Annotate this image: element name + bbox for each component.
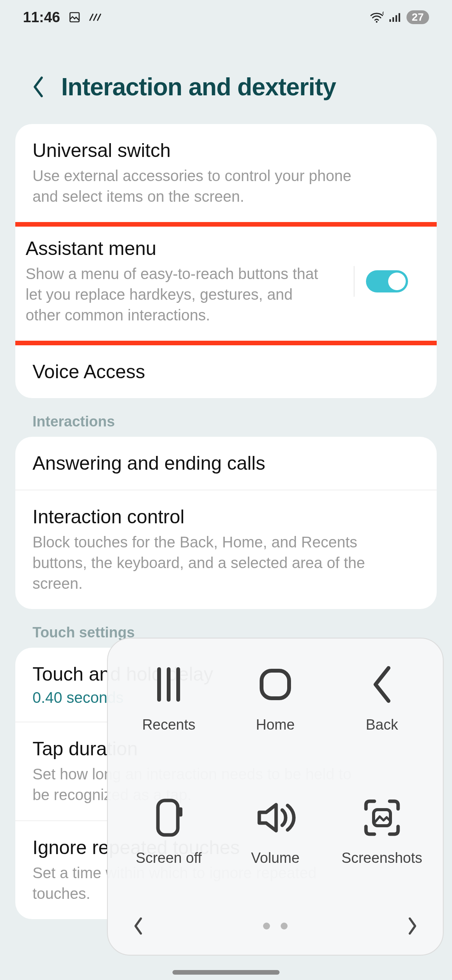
- panel-label: Screen off: [136, 850, 202, 866]
- row-title: Universal switch: [33, 139, 419, 162]
- pager-next[interactable]: [406, 915, 420, 937]
- back-nav-icon: [359, 662, 405, 707]
- divider: [354, 266, 354, 297]
- panel-item-back[interactable]: Back: [328, 662, 435, 779]
- battery-level: 27: [406, 10, 429, 24]
- status-bar: 11:46 6 27: [0, 0, 452, 34]
- svg-rect-4: [392, 17, 394, 22]
- status-time: 11:46: [23, 9, 60, 26]
- signal-icon: [389, 12, 401, 23]
- screenshots-icon: [359, 795, 405, 841]
- svg-rect-10: [262, 671, 289, 698]
- notification-icon: [89, 13, 102, 22]
- row-title: Interaction control: [33, 506, 419, 528]
- svg-rect-12: [179, 807, 182, 817]
- svg-rect-6: [398, 13, 400, 22]
- back-button[interactable]: [31, 75, 46, 98]
- svg-text:6: 6: [382, 11, 384, 16]
- recents-icon: [146, 662, 192, 707]
- wifi-icon: 6: [370, 11, 384, 23]
- pager-dot: [263, 923, 270, 929]
- row-answering-calls[interactable]: Answering and ending calls: [15, 437, 437, 490]
- page-title: Interaction and dexterity: [61, 73, 336, 101]
- svg-point-1: [376, 21, 378, 23]
- panel-label: Recents: [142, 717, 195, 733]
- panel-label: Home: [256, 717, 294, 733]
- assistant-menu-toggle[interactable]: [366, 270, 408, 292]
- row-universal-switch[interactable]: Universal switch Use external accessorie…: [15, 124, 437, 222]
- screen-off-icon: [146, 795, 192, 841]
- nav-hint-bar[interactable]: [172, 970, 280, 975]
- row-desc: Use external accessories to control your…: [33, 165, 365, 207]
- row-voice-access[interactable]: Voice Access: [15, 345, 437, 398]
- row-title: Answering and ending calls: [33, 452, 419, 474]
- panel-label: Volume: [251, 850, 300, 866]
- gallery-icon: [68, 11, 81, 23]
- row-title: Assistant menu: [26, 237, 426, 260]
- assistant-menu-panel[interactable]: Recents Home Back Screen off Volume: [107, 638, 444, 956]
- pager-dots: [263, 923, 288, 929]
- svg-rect-3: [389, 19, 391, 22]
- row-desc: Show a menu of easy-to-reach buttons tha…: [26, 263, 324, 325]
- panel-item-home[interactable]: Home: [222, 662, 329, 779]
- pager-dot: [281, 923, 288, 929]
- home-icon: [252, 662, 298, 707]
- settings-card-2: Answering and ending calls Interaction c…: [15, 437, 437, 609]
- toggle-wrap: [354, 266, 408, 297]
- svg-rect-11: [158, 800, 178, 835]
- row-assistant-menu[interactable]: Assistant menu Show a menu of easy-to-re…: [26, 237, 426, 325]
- panel-pager: [115, 913, 435, 943]
- settings-card-1: Universal switch Use external accessorie…: [15, 124, 437, 398]
- row-assistant-menu-highlight: Assistant menu Show a menu of easy-to-re…: [15, 222, 437, 345]
- pager-prev[interactable]: [131, 915, 145, 937]
- volume-icon: [252, 795, 298, 841]
- row-desc: Block touches for the Back, Home, and Re…: [33, 532, 365, 594]
- section-label-interactions: Interactions: [33, 413, 452, 430]
- panel-grid: Recents Home Back Screen off Volume: [115, 662, 435, 913]
- svg-rect-5: [395, 15, 397, 22]
- row-title: Voice Access: [33, 361, 419, 383]
- panel-item-recents[interactable]: Recents: [115, 662, 222, 779]
- panel-label: Back: [366, 717, 398, 733]
- panel-item-volume[interactable]: Volume: [222, 795, 329, 913]
- panel-item-screenshots[interactable]: Screenshots: [328, 795, 435, 913]
- panel-item-screen-off[interactable]: Screen off: [115, 795, 222, 913]
- page-header: Interaction and dexterity: [0, 34, 452, 124]
- panel-label: Screenshots: [341, 850, 422, 866]
- row-interaction-control[interactable]: Interaction control Block touches for th…: [15, 490, 437, 609]
